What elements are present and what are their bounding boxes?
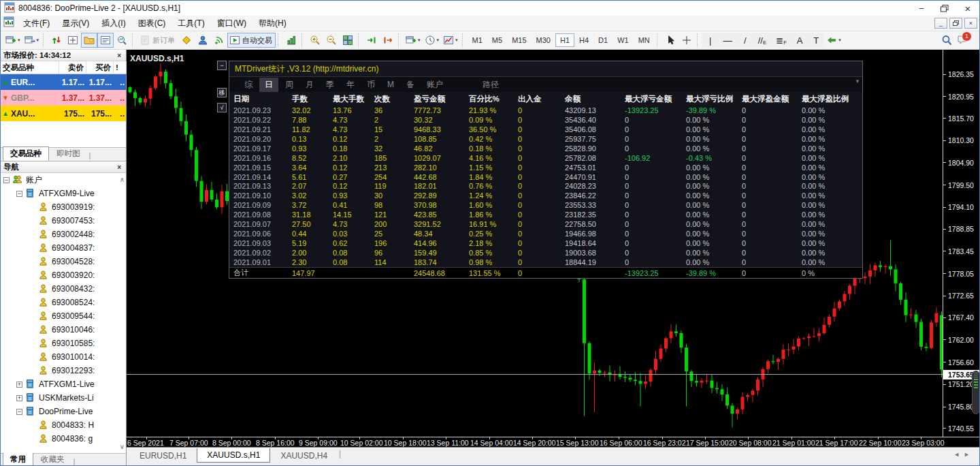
text-button[interactable]: A <box>791 33 808 48</box>
terminal-button[interactable] <box>97 33 114 48</box>
new-chart-button[interactable]: ▾ <box>3 33 22 48</box>
market-watch-button[interactable] <box>48 33 65 48</box>
market-watch-tab-1[interactable]: 交易品种 <box>3 146 49 161</box>
menu-item-图表C[interactable]: 图表(C) <box>132 16 172 31</box>
tab-scroll-left-icon[interactable]: ◄ <box>953 451 964 458</box>
stats-tab-path[interactable]: 路径 <box>477 78 504 92</box>
stats-tab-周[interactable]: 周 <box>280 78 299 92</box>
stats-tab-M[interactable]: M <box>382 78 399 91</box>
menu-item-文件F[interactable]: 文件(F) <box>17 16 56 31</box>
chart-shift-button[interactable] <box>380 33 396 48</box>
mini-scrollbar[interactable] <box>972 371 979 414</box>
new-order-button[interactable]: 新订单 <box>137 33 178 48</box>
tree-scroll-up-icon[interactable]: ∧ <box>120 176 125 183</box>
arrows-button[interactable]: ▾ <box>824 33 843 48</box>
window-minimize-button[interactable]: – <box>910 1 933 15</box>
menu-item-帮助H[interactable]: 帮助(H) <box>252 16 293 31</box>
time-axis[interactable]: 6 Sep 20217 Sep 07:008 Sep 00:008 Sep 16… <box>127 437 979 447</box>
vertical-line-button[interactable]: | <box>702 33 719 48</box>
tree-item-693004837[interactable]: 693004837: <box>1 241 126 255</box>
search-button[interactable] <box>938 33 955 48</box>
tile-windows-button[interactable] <box>340 33 356 48</box>
auto-trading-button[interactable]: 自动交易 <box>227 33 276 48</box>
window-close-button[interactable]: × <box>956 1 979 15</box>
tree-item-ATFXGM9-Live[interactable]: −ATFXGM9-Live <box>1 187 126 200</box>
timeframe-w1-button[interactable]: W1 <box>612 33 634 47</box>
tree-item-USKMarkets-Li[interactable]: +USKMarkets-Li <box>1 391 126 405</box>
signals-button[interactable] <box>211 33 227 48</box>
strategy-tester-button[interactable] <box>114 33 130 48</box>
tree-item-693008432[interactable]: 693008432: <box>1 282 126 296</box>
templates-button[interactable]: ▾ <box>441 33 460 48</box>
menu-item-窗口W[interactable]: 窗口(W) <box>211 16 252 31</box>
stats-side-button-2[interactable]: 移 <box>217 88 227 97</box>
timeframe-mn-button[interactable]: MN <box>634 33 655 47</box>
market-watch-row-XAU[interactable]: ▲XAU...175...175..... <box>1 106 126 121</box>
tree-item-ATFXGM1-Live[interactable]: +ATFXGM1-Live <box>1 377 126 391</box>
chart-tab-XAUUSDsH1[interactable]: XAUUSD.s,H1 <box>197 448 270 463</box>
tree-scroll-down-icon[interactable]: ∨ <box>120 443 125 450</box>
tree-item-8004833H[interactable]: 8004833: H <box>1 418 126 432</box>
tree-item-693012293[interactable]: 693012293: <box>1 364 126 377</box>
stats-tab-季[interactable]: 季 <box>321 78 340 92</box>
stats-side-button-1[interactable]: − <box>217 61 227 70</box>
metaeditor-button[interactable] <box>178 33 195 48</box>
profiles-button[interactable]: ▾ <box>22 33 42 48</box>
periods-button[interactable]: ▾ <box>423 33 442 48</box>
data-window-button[interactable] <box>65 33 81 48</box>
navigator-tab-2[interactable]: 收藏夹 <box>33 452 72 466</box>
expand-icon[interactable]: + <box>16 382 22 388</box>
chart-tab-XAUUSDH4[interactable]: XAUUSD,H4 <box>270 448 338 463</box>
tree-item-[interactable]: −账户 <box>1 173 126 187</box>
new-chart-window-button[interactable]: ▾ <box>404 33 423 48</box>
tree-item-DooPrime-Live[interactable]: −DooPrime-Live <box>1 405 126 418</box>
stats-tab-综[interactable]: 综 <box>239 78 258 92</box>
tree-item-693009544[interactable]: 693009544: <box>1 309 126 323</box>
market-watch-column-header[interactable]: 卖价 <box>59 61 86 74</box>
market-watch-row-EUR[interactable]: ▲EUR...1.17...1.17..... <box>1 74 126 90</box>
stats-tab-备[interactable]: 备 <box>401 78 420 92</box>
indicators-button[interactable] <box>283 33 299 48</box>
timeframe-m30-button[interactable]: M30 <box>532 33 555 47</box>
tree-item-8004836g[interactable]: 8004836: g <box>1 432 126 446</box>
zoom-in-button[interactable] <box>307 33 323 48</box>
timeframe-m15-button[interactable]: M15 <box>507 33 531 47</box>
fibonacci-button[interactable]: ≣F <box>771 33 791 48</box>
timeframe-m1-button[interactable]: M1 <box>468 33 487 47</box>
tab-scroll-right-icon[interactable]: ► <box>964 451 974 458</box>
zoom-out-button[interactable] <box>323 33 340 48</box>
market-watch-close-icon[interactable]: × <box>115 52 123 59</box>
mdi-minimize-button[interactable]: _ <box>934 18 947 29</box>
mdi-restore-button[interactable] <box>949 18 962 29</box>
tree-item-693002448[interactable]: 693002448: <box>1 228 126 241</box>
navigator-close-icon[interactable]: × <box>115 164 123 171</box>
menu-item-工具T[interactable]: 工具(T) <box>172 16 210 31</box>
tree-item-693003919[interactable]: 693003919: <box>1 200 126 214</box>
horizontal-line-button[interactable]: — <box>719 33 737 48</box>
tree-item-693007453[interactable]: 693007453: <box>1 214 126 228</box>
collapse-icon[interactable]: − <box>16 409 22 415</box>
crosshair-button[interactable] <box>679 33 695 48</box>
collapse-icon[interactable]: − <box>3 177 10 183</box>
timeframe-d1-button[interactable]: D1 <box>593 33 612 47</box>
market-watch-row-GBP[interactable]: ▼GBP...1.37...1.37..... <box>1 90 126 106</box>
menu-item-显示V[interactable]: 显示(V) <box>56 16 95 31</box>
stats-tab-年[interactable]: 年 <box>341 78 360 92</box>
market-watch-tab-2[interactable]: 即时图 <box>49 146 88 161</box>
stats-panel-scroll-icon[interactable]: ▼ <box>855 78 860 84</box>
market-watch-column-header[interactable]: 买价 <box>86 61 114 74</box>
timeframe-m5-button[interactable]: M5 <box>487 33 507 47</box>
stats-tab-账户[interactable]: 账户 <box>421 78 448 92</box>
auto-scroll-button[interactable] <box>363 33 380 48</box>
tree-item-693010046[interactable]: 693010046: <box>1 323 126 337</box>
navigator-tab-1[interactable]: 常用 <box>3 452 33 466</box>
collapse-icon[interactable]: − <box>16 191 22 197</box>
tree-item-693004528[interactable]: 693004528: <box>1 255 126 268</box>
expand-icon[interactable]: + <box>16 395 22 401</box>
chart-tab-EURUSDH1[interactable]: EURUSD,H1 <box>129 448 197 463</box>
equidistant-channel-button[interactable]: //E <box>753 33 772 48</box>
cursor-button[interactable] <box>662 33 679 48</box>
tree-item-693010585[interactable]: 693010585: <box>1 337 126 350</box>
stats-tab-币[interactable]: 币 <box>361 78 380 92</box>
window-restore-button[interactable] <box>933 1 956 15</box>
